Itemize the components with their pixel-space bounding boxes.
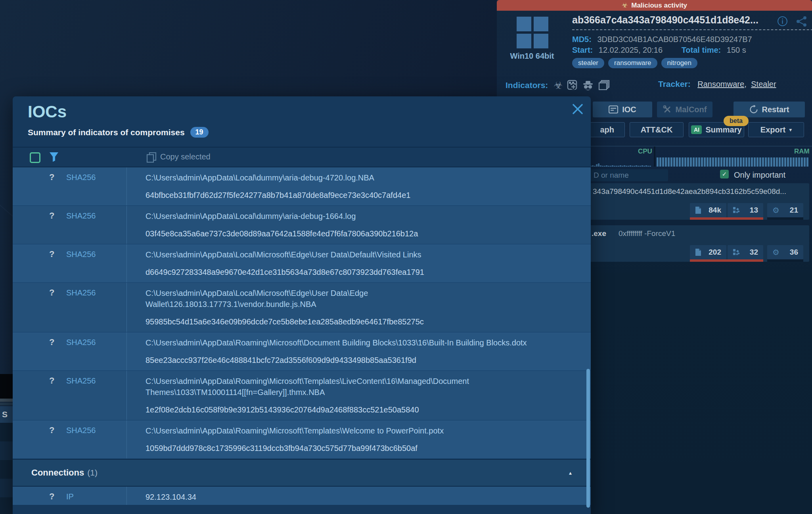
table-row[interactable]: ?SHA256 C:\Users\admin\AppData\Local\Mic… [13, 283, 591, 332]
ioc-type: SHA256 [66, 288, 96, 297]
tag[interactable]: stealer [572, 58, 604, 68]
graph-button-label: aph [600, 125, 614, 134]
ioc-type: SHA256 [66, 426, 96, 435]
ioc-button-label: IOC [622, 105, 636, 114]
start-label: Start: [572, 46, 593, 54]
scrollbar-thumb[interactable] [586, 369, 590, 508]
indicators-label: Indicators: [506, 81, 548, 90]
modules-count: 13 [750, 206, 758, 215]
ioc-list-icon [609, 105, 618, 113]
ai-summary-button-label: Summary [705, 125, 741, 134]
question-icon: ? [49, 211, 54, 221]
only-important-checkbox[interactable]: ✓ [720, 170, 729, 178]
total-time-label: Total time: [682, 46, 721, 54]
process-search-placeholder: D or name [594, 171, 629, 180]
ioc-path: C:\Users\admin\AppData\Roaming\Microsoft… [146, 376, 532, 398]
collapse-icon[interactable]: ▴ [569, 470, 572, 476]
ioc-type: SHA256 [66, 211, 96, 221]
table-row[interactable]: ?SHA256 C:\Users\admin\AppData\Local\dum… [13, 167, 591, 206]
tag[interactable]: nitrogen [661, 58, 697, 68]
modal-subtitle: Summary of indicators of compromises [28, 128, 185, 137]
copy-selected-button[interactable]: Copy selected [160, 152, 211, 161]
ioc-hash: 95985bc54d15a6e346e09b96dcde7ce5b8ebe1ea… [146, 316, 532, 327]
table-row[interactable]: ?IP 92.123.104.34 [13, 487, 591, 505]
files-count: 84k [709, 206, 721, 215]
export-button[interactable]: Export ▾ [748, 122, 804, 137]
table-row[interactable]: ?SHA256 C:\Users\admin\AppData\Roaming\M… [13, 371, 591, 420]
iocs-modal: IOCs Summary of indicators of compromise… [13, 96, 591, 514]
table-row[interactable]: ?SHA256 C:\Users\admin\AppData\Local\dum… [13, 206, 591, 244]
process-cmdline: 0xffffffff -ForceV1 [619, 229, 675, 238]
tracker-row: Tracker: Ransomware, Stealer [658, 79, 776, 89]
ioc-hash: 03f45e8ca35a6ae737c3de08d89aa7642a1588fe… [146, 228, 532, 239]
ioc-type: SHA256 [66, 376, 96, 386]
shield-plus-indicator-icon [567, 80, 578, 91]
question-icon: ? [49, 491, 54, 502]
tag[interactable]: ransomware [608, 58, 657, 68]
attck-button-label: ATT&CK [641, 125, 673, 134]
ioc-hash: 85ee23accc937f26e46c488841bcfc72ad3556f6… [146, 355, 532, 366]
md5-row: MD5: 3DBD3C04B1ACAB0B70546E48D39247B7 [572, 35, 752, 44]
ioc-type: SHA256 [66, 338, 96, 347]
close-icon[interactable] [572, 103, 584, 115]
connections-count: (1) [87, 468, 98, 478]
question-icon: ? [49, 172, 54, 182]
ioc-hash: d6649c927283348a9e9670e42d1ce31b5634a73d… [146, 267, 532, 278]
restart-button-label: Restart [762, 105, 789, 114]
sample-name[interactable]: ab366a7c4a343a798490c4451d1d8e42... [572, 14, 812, 30]
question-icon: ? [49, 249, 54, 259]
question-icon: ? [49, 376, 54, 386]
tracker-separator: , [744, 80, 747, 88]
process-row[interactable]: .exe 0xffffffff -ForceV1 202 32 ⚙ 36 [572, 225, 809, 262]
table-row[interactable]: ?SHA256 C:\Users\admin\AppData\Local\Mic… [13, 244, 591, 283]
ioc-hash: 1059bd7ddd978c8c1735996c3119dccb3fb94a73… [146, 443, 532, 454]
copy-icon[interactable] [146, 152, 157, 163]
os-label: Win10 64bit [497, 52, 567, 61]
events-count-chip: ⚙ 21 [767, 203, 803, 217]
ioc-value: 92.123.104.34 [146, 491, 532, 502]
checkmark-icon: ✓ [722, 171, 727, 178]
tracker-link-ransomware[interactable]: Ransomware [697, 80, 744, 88]
filter-icon[interactable] [49, 152, 59, 162]
start-value: 12.02.2025, 20:16 [599, 46, 663, 54]
ioc-type: SHA256 [66, 173, 96, 182]
malconf-button-label: MalConf [676, 105, 707, 114]
ioc-type: SHA256 [66, 250, 96, 259]
modal-title: IOCs [28, 102, 67, 121]
ioc-button[interactable]: IOC [593, 102, 652, 117]
meter-gap [654, 146, 655, 167]
select-all-checkbox[interactable] [30, 152, 40, 163]
info-icon[interactable] [777, 16, 788, 27]
question-icon: ? [49, 337, 54, 347]
tracker-link-stealer[interactable]: Stealer [751, 80, 776, 88]
files-count: 202 [709, 248, 721, 257]
total-time-value: 150 s [727, 46, 746, 54]
modules-count-chip: 32 [728, 245, 763, 259]
events-count: 21 [790, 206, 798, 215]
gear-icon: ⚙ [772, 206, 779, 214]
start-row: Start: 12.02.2025, 20:16 Total time: 150… [572, 46, 746, 55]
attck-button[interactable]: ATT&CK [630, 122, 684, 137]
connections-section-header[interactable]: Connections (1) ▴ [13, 459, 591, 487]
modal-subtitle-row: Summary of indicators of compromises 19 [28, 127, 209, 138]
malconf-button[interactable]: MalConf [657, 102, 712, 117]
modules-count: 32 [750, 248, 758, 257]
ioc-path: C:\Users\admin\AppData\Local\dummy\aria-… [146, 172, 532, 183]
danger-underline [690, 217, 763, 220]
ioc-path: C:\Users\admin\AppData\Local\Microsoft\E… [146, 249, 532, 260]
question-icon: ? [49, 425, 54, 435]
modules-icon [733, 249, 740, 256]
ioc-hash: 1e2f08e2dcb16c058f9b9e3912b5143936c20764… [146, 404, 532, 415]
md5-label: MD5: [572, 35, 592, 44]
restart-button[interactable]: Restart [733, 102, 805, 117]
table-row[interactable]: ?SHA256 C:\Users\admin\AppData\Roaming\M… [13, 332, 591, 371]
table-row[interactable]: ?SHA256 C:\Users\admin\AppData\Roaming\M… [13, 420, 591, 459]
files-count-chip: 202 [690, 245, 726, 259]
beta-badge: beta [724, 116, 749, 126]
process-name: .exe [592, 229, 606, 238]
modules-icon [733, 207, 740, 214]
share-icon[interactable] [796, 16, 807, 27]
ioc-path: C:\Users\admin\AppData\Local\Microsoft\E… [146, 288, 532, 310]
process-row[interactable]: 343a798490c4451d1d8e42aea2b894cb3162b5c5… [572, 183, 809, 220]
danger-underline [690, 259, 763, 262]
